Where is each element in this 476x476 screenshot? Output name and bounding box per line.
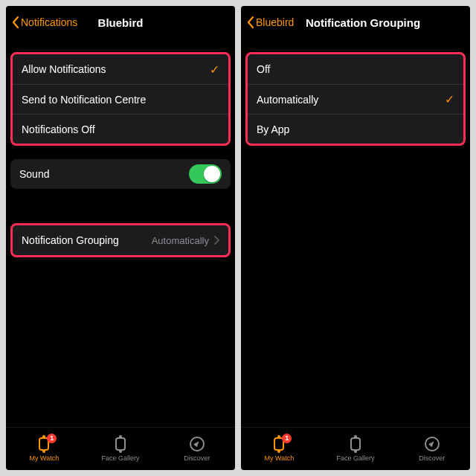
tab-bar: 1 My Watch Face Gallery Discover (6, 427, 235, 470)
option-by-app[interactable]: By App (248, 114, 463, 144)
toggle-knob (204, 166, 220, 182)
nav-bar: Bluebird Notification Grouping (241, 6, 470, 39)
watch-face-icon (347, 436, 364, 452)
tab-bar: 1 My Watch Face Gallery Discover (241, 427, 470, 470)
option-label: Off (257, 63, 270, 75)
badge: 1 (47, 434, 57, 443)
screen-notification-grouping: Bluebird Notification Grouping Off Autom… (241, 6, 470, 470)
grouping-value: Automatically (152, 235, 209, 246)
tab-label: My Watch (265, 454, 295, 462)
grouping-label: Notification Grouping (22, 234, 119, 246)
grouping-options-group: Off Automatically ✓ By App (245, 52, 466, 146)
nav-bar: Notifications Bluebird (6, 6, 235, 39)
content: Allow Notifications ✓ Send to Notificati… (6, 39, 235, 427)
watch-icon: 1 (270, 436, 288, 452)
tab-discover[interactable]: Discover (158, 428, 235, 470)
checkmark-icon: ✓ (210, 62, 219, 77)
tab-my-watch[interactable]: 1 My Watch (6, 428, 83, 470)
option-label: Allow Notifications (22, 63, 106, 75)
option-label: By App (257, 123, 289, 135)
option-label: Notifications Off (22, 123, 95, 135)
tab-face-gallery[interactable]: Face Gallery (318, 428, 394, 470)
tab-label: Face Gallery (101, 454, 139, 462)
compass-icon (188, 436, 206, 452)
checkmark-icon: ✓ (445, 92, 454, 106)
watch-icon: 1 (35, 436, 53, 452)
back-button[interactable]: Bluebird (247, 16, 294, 28)
content: Off Automatically ✓ By App (241, 39, 470, 427)
tab-label: My Watch (30, 454, 60, 462)
option-allow-notifications[interactable]: Allow Notifications ✓ (13, 54, 228, 84)
notification-grouping-row[interactable]: Notification Grouping Automatically (13, 225, 228, 255)
option-send-to-centre[interactable]: Send to Notification Centre (13, 84, 228, 114)
compass-icon (423, 436, 441, 452)
badge: 1 (282, 434, 292, 443)
notification-mode-group: Allow Notifications ✓ Send to Notificati… (10, 52, 231, 146)
chevron-left-icon (12, 16, 19, 28)
sound-row[interactable]: Sound (10, 159, 231, 189)
option-off[interactable]: Off (248, 54, 463, 84)
watch-face-icon (112, 436, 129, 452)
tab-label: Discover (419, 454, 445, 462)
sound-label: Sound (19, 168, 49, 180)
chevron-left-icon (247, 16, 254, 28)
back-label: Bluebird (256, 16, 294, 28)
sound-group: Sound (10, 159, 231, 189)
grouping-group: Notification Grouping Automatically (10, 223, 231, 257)
option-automatically[interactable]: Automatically ✓ (248, 84, 463, 114)
tab-my-watch[interactable]: 1 My Watch (241, 428, 318, 470)
sound-toggle[interactable] (189, 164, 222, 184)
option-label: Automatically (257, 94, 318, 106)
option-label: Send to Notification Centre (22, 94, 146, 106)
tab-label: Face Gallery (336, 454, 374, 462)
tab-label: Discover (184, 454, 210, 462)
tab-face-gallery[interactable]: Face Gallery (83, 428, 159, 470)
screen-bluebird-settings: Notifications Bluebird Allow Notificatio… (6, 6, 235, 470)
chevron-right-icon (213, 236, 219, 245)
option-notifications-off[interactable]: Notifications Off (13, 114, 228, 144)
tab-discover[interactable]: Discover (393, 428, 470, 470)
back-button[interactable]: Notifications (12, 16, 77, 28)
back-label: Notifications (21, 16, 77, 28)
